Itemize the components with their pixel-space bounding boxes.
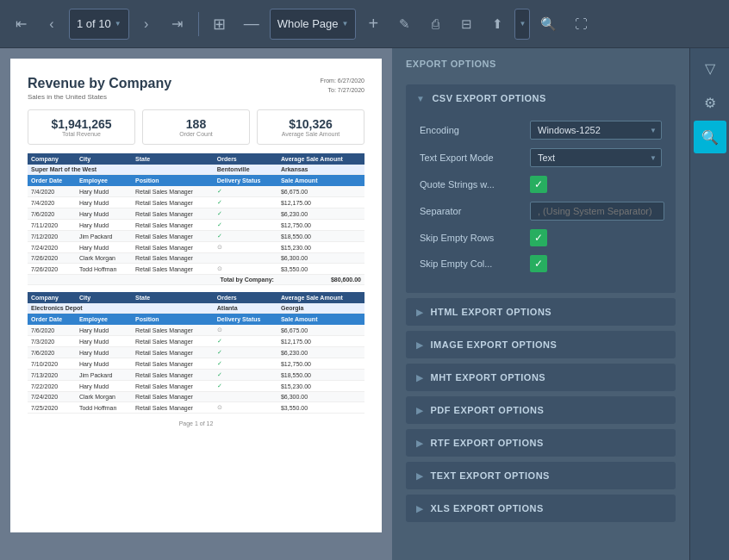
right-sidebar: ▽ ⚙ 🔍 [689,48,729,560]
skip-empty-cols-checkbox-wrapper: ✓ [530,255,547,272]
search-button[interactable]: 🔍 [533,9,564,40]
encoding-row: Encoding Windows-1252 UTF-8 ASCII [420,121,662,140]
view-mode-selector[interactable]: Whole Page ▼ [270,9,357,40]
rtf-section-header[interactable]: ▶ RTF EXPORT OPTIONS [406,429,676,457]
page-footer: Page 1 of 12 [28,420,364,426]
prev-page-button[interactable]: ‹ [38,9,65,40]
separator-label: Separator [420,206,523,216]
quote-strings-label: Quote Strings w... [420,179,523,190]
image-export-section: ▶ IMAGE EXPORT OPTIONS [406,331,676,358]
pdf-chevron-icon: ▶ [416,406,424,415]
pdf-section-header[interactable]: ▶ PDF EXPORT OPTIONS [406,396,676,424]
metric-revenue: $1,941,265 Total Revenue [28,109,135,145]
quote-strings-row: Quote Strings w... ✓ [420,176,662,193]
xls-chevron-icon: ▶ [416,504,424,513]
view-mode-label: Whole Page [277,17,339,30]
search-sidebar-button[interactable]: 🔍 [694,121,726,153]
settings-icon: ⚙ [704,95,716,111]
page-display: 1 of 10 [77,17,111,30]
panel-title: EXPORT OPTIONS [406,59,676,74]
minus-button[interactable]: — [237,9,266,40]
filter-sidebar-button[interactable]: ▽ [694,52,726,84]
metrics-row: $1,941,265 Total Revenue 188 Order Count… [28,109,364,145]
skip-empty-rows-row: Skip Empty Rows ✓ [420,229,662,246]
pdf-export-section: ▶ PDF EXPORT OPTIONS [406,396,676,424]
html-chevron-icon: ▶ [416,308,424,317]
image-section-label: IMAGE EXPORT OPTIONS [431,339,558,350]
html-section-header[interactable]: ▶ HTML EXPORT OPTIONS [406,298,676,326]
page-selector[interactable]: 1 of 10 ▼ [69,9,129,40]
text-mode-select[interactable]: Text Value Formula [530,148,662,167]
xls-section-label: XLS EXPORT OPTIONS [431,503,544,513]
metric-orders: 188 Order Count [142,109,250,145]
view-mode-icon: ▼ [342,20,349,28]
skip-empty-rows-checkbox-wrapper: ✓ [530,229,547,246]
report-page: Revenue by Company Sales in the United S… [10,59,382,532]
csv-export-section: ▼ CSV EXPORT OPTIONS Encoding Windows-12… [406,84,676,293]
csv-section-label: CSV EXPORT OPTIONS [432,93,545,103]
metric-avg: $10,326 Average Sale Amount [257,109,364,145]
rtf-section-label: RTF EXPORT OPTIONS [431,438,544,448]
filter-icon: ▽ [705,60,715,77]
edit-button[interactable]: ✎ [390,9,418,40]
report-table-1: CompanyCityStateOrdersAverage Sale Amoun… [28,153,364,285]
text-mode-label: Text Export Mode [420,152,523,163]
xls-export-section: ▶ XLS EXPORT OPTIONS [406,495,676,522]
next-page-button[interactable]: › [133,9,160,40]
skip-empty-rows-checkbox[interactable]: ✓ [530,229,547,246]
csv-chevron-icon: ▼ [416,94,425,103]
skip-empty-cols-row: Skip Empty Col... ✓ [420,255,662,272]
search-sidebar-icon: 🔍 [701,129,719,146]
image-section-header[interactable]: ▶ IMAGE EXPORT OPTIONS [406,331,676,358]
right-panel: EXPORT OPTIONS ▼ CSV EXPORT OPTIONS Enco… [392,48,689,560]
text-mode-select-wrapper: Text Value Formula [530,148,662,167]
print2-button[interactable]: ⊟ [452,9,480,40]
separator-input[interactable] [530,202,664,221]
report-dates: From: 6/27/2020 To: 7/27/2020 [321,76,364,95]
rtf-chevron-icon: ▶ [416,439,424,448]
separator-1 [198,12,199,36]
html-export-section: ▶ HTML EXPORT OPTIONS [406,298,676,326]
report-subtitle: Sales in the United States [28,93,171,101]
layout-button[interactable]: ⊞ [206,9,234,40]
text-section-label: TEXT EXPORT OPTIONS [431,470,550,481]
report-title: Revenue by Company [28,76,171,91]
add-button[interactable]: + [359,9,387,40]
toolbar: ⇤ ‹ 1 of 10 ▼ › ⇥ ⊞ — Whole Page ▼ + ✎ ⎙… [0,0,729,48]
skip-empty-cols-label: Skip Empty Col... [420,258,523,269]
report-table-2: CompanyCityStateOrdersAverage Sale Amoun… [28,292,364,414]
csv-section-header[interactable]: ▼ CSV EXPORT OPTIONS [406,84,676,112]
text-section-header[interactable]: ▶ TEXT EXPORT OPTIONS [406,462,676,489]
text-mode-row: Text Export Mode Text Value Formula [420,148,662,167]
text-export-section: ▶ TEXT EXPORT OPTIONS [406,462,676,489]
mht-section-header[interactable]: ▶ MHT EXPORT OPTIONS [406,364,676,391]
text-chevron-icon: ▶ [416,471,424,481]
skip-empty-rows-label: Skip Empty Rows [420,233,523,243]
print-button[interactable]: ⎙ [421,9,449,40]
xls-section-header[interactable]: ▶ XLS EXPORT OPTIONS [406,495,676,522]
main-area: Revenue by Company Sales in the United S… [0,48,729,560]
fullscreen-button[interactable]: ⛶ [567,9,595,40]
page-dropdown-icon: ▼ [115,20,122,28]
quote-strings-checkbox-wrapper: ✓ [530,176,547,193]
skip-empty-cols-checkbox[interactable]: ✓ [530,255,547,272]
settings-sidebar-button[interactable]: ⚙ [694,86,726,119]
mht-export-section: ▶ MHT EXPORT OPTIONS [406,364,676,391]
last-page-button[interactable]: ⇥ [164,9,191,40]
rtf-export-section: ▶ RTF EXPORT OPTIONS [406,429,676,457]
html-section-label: HTML EXPORT OPTIONS [431,307,552,317]
export-options-panel: EXPORT OPTIONS ▼ CSV EXPORT OPTIONS Enco… [392,48,689,560]
mht-chevron-icon: ▶ [416,373,424,383]
image-chevron-icon: ▶ [416,340,424,350]
separator-row: Separator [420,202,662,221]
first-page-button[interactable]: ⇤ [7,9,34,40]
quote-strings-checkbox[interactable]: ✓ [530,176,547,193]
encoding-select[interactable]: Windows-1252 UTF-8 ASCII [530,121,662,140]
encoding-label: Encoding [420,125,523,135]
export-button[interactable]: ⬆ [483,9,511,40]
export-dropdown-btn[interactable]: ▼ [514,9,530,40]
pdf-section-label: PDF EXPORT OPTIONS [431,405,545,415]
encoding-select-wrapper: Windows-1252 UTF-8 ASCII [530,121,662,140]
preview-pane: Revenue by Company Sales in the United S… [0,48,392,560]
csv-section-body: Encoding Windows-1252 UTF-8 ASCII Text E… [406,112,676,293]
